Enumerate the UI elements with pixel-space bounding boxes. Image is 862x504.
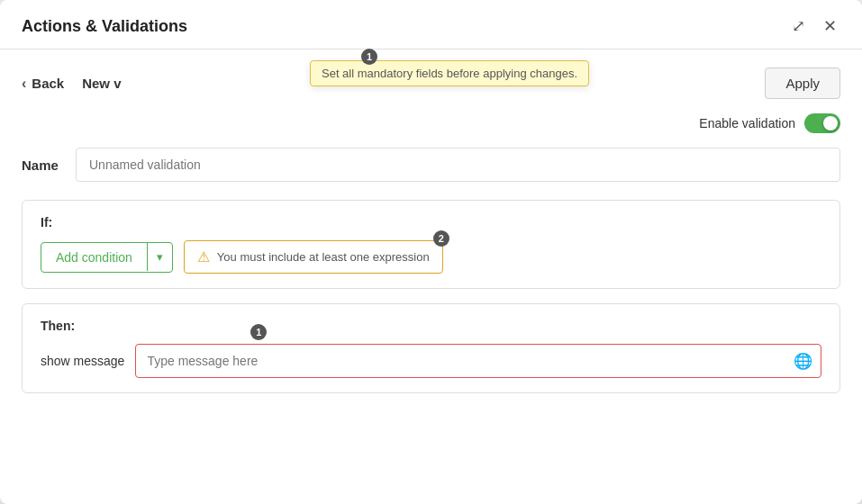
message-input-wrapper: 1 🌐 [135, 344, 821, 378]
then-row: show message 1 🌐 [41, 344, 821, 378]
enable-validation-toggle[interactable] [804, 113, 840, 133]
expand-button[interactable]: ⤢ [788, 14, 809, 38]
add-condition-button[interactable]: Add condition ▾ [41, 242, 173, 273]
header-icons: ⤢ ✕ [788, 14, 840, 38]
modal-container: Actions & Validations ⤢ ✕ ‹ Back New v 1… [0, 0, 862, 504]
warning-icon: ⚠ [197, 248, 210, 266]
close-icon: ✕ [823, 16, 837, 36]
nav-bar: ‹ Back New v 1 Set all mandatory fields … [22, 68, 840, 99]
condition-row: Add condition ▾ ⚠ You must include at le… [41, 240, 821, 274]
globe-icon: 🌐 [794, 352, 812, 371]
if-label: If: [41, 215, 821, 230]
warning-badge: 2 [433, 230, 449, 247]
close-button[interactable]: ✕ [820, 14, 840, 38]
enable-validation-label: Enable validation [699, 116, 795, 130]
message-input[interactable] [135, 344, 821, 378]
tooltip-number: 1 [361, 49, 377, 65]
modal-header: Actions & Validations ⤢ ✕ [0, 0, 862, 50]
name-input[interactable] [76, 148, 840, 182]
back-chevron-icon: ‹ [22, 76, 26, 92]
then-label: Then: [41, 319, 821, 333]
expression-warning: ⚠ You must include at least one expressi… [184, 240, 443, 274]
add-condition-label: Add condition [41, 243, 147, 272]
modal-title: Actions & Validations [22, 17, 187, 36]
then-card: Then: show message 1 🌐 [22, 303, 840, 393]
back-button[interactable]: ‹ Back [22, 76, 64, 92]
expand-icon: ⤢ [792, 16, 805, 36]
tooltip-text: Set all mandatory fields before applying… [322, 67, 577, 80]
name-label: Name [22, 158, 61, 173]
add-condition-chevron-icon: ▾ [147, 243, 172, 271]
show-message-label: show message [41, 354, 124, 368]
warning-text: You must include at least one expression [217, 250, 430, 264]
enable-validation-row: Enable validation [22, 113, 840, 133]
back-label: Back [32, 76, 64, 91]
name-row: Name [22, 148, 840, 182]
new-v-label: New v [82, 76, 121, 91]
modal-body: ‹ Back New v 1 Set all mandatory fields … [0, 50, 862, 415]
then-badge: 1 [250, 324, 267, 340]
apply-button[interactable]: Apply [765, 68, 840, 99]
tooltip-bubble: 1 Set all mandatory fields before applyi… [310, 60, 589, 86]
if-card: If: Add condition ▾ ⚠ You must include a… [22, 200, 840, 289]
